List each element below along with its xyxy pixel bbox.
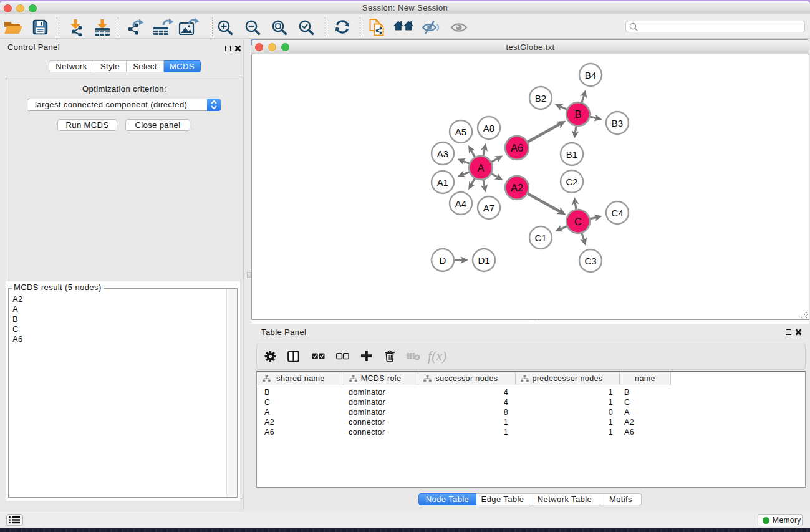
svg-text:C1: C1	[534, 233, 546, 243]
svg-text:B1: B1	[566, 149, 577, 160]
svg-text:B2: B2	[535, 93, 546, 104]
svg-text:C2: C2	[566, 177, 577, 187]
svg-text:B: B	[574, 109, 581, 120]
svg-text:A7: A7	[483, 203, 494, 213]
svg-text:A1: A1	[437, 177, 448, 188]
svg-text:B4: B4	[585, 70, 596, 80]
svg-text:C: C	[574, 216, 582, 227]
svg-text:D: D	[440, 255, 446, 266]
svg-text:A3: A3	[437, 148, 448, 159]
svg-text:D1: D1	[478, 255, 489, 266]
svg-text:A2: A2	[511, 182, 523, 193]
svg-text:C3: C3	[584, 256, 596, 266]
svg-text:A6: A6	[511, 142, 523, 153]
svg-text:A: A	[477, 162, 484, 173]
svg-text:A8: A8	[483, 123, 494, 133]
svg-text:C4: C4	[611, 208, 623, 218]
svg-text:B3: B3	[612, 118, 623, 128]
svg-text:A5: A5	[455, 127, 466, 137]
svg-text:A4: A4	[455, 198, 466, 209]
